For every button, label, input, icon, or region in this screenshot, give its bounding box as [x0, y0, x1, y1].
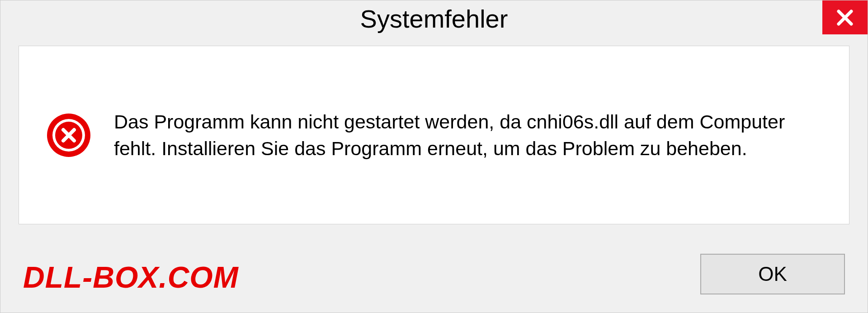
titlebar: Systemfehler	[0, 0, 868, 37]
close-icon	[835, 8, 854, 27]
watermark-text: DLL-BOX.COM	[23, 260, 239, 294]
error-icon	[46, 113, 91, 158]
close-button[interactable]	[822, 0, 868, 34]
error-message: Das Programm kann nicht gestartet werden…	[114, 109, 813, 161]
ok-button-label: OK	[758, 263, 787, 285]
dialog-title: Systemfehler	[360, 4, 508, 33]
ok-button[interactable]: OK	[700, 254, 845, 294]
content-box: Das Programm kann nicht gestartet werden…	[19, 46, 849, 224]
error-icon-wrap	[46, 113, 91, 158]
footer: DLL-BOX.COM OK	[0, 236, 868, 313]
